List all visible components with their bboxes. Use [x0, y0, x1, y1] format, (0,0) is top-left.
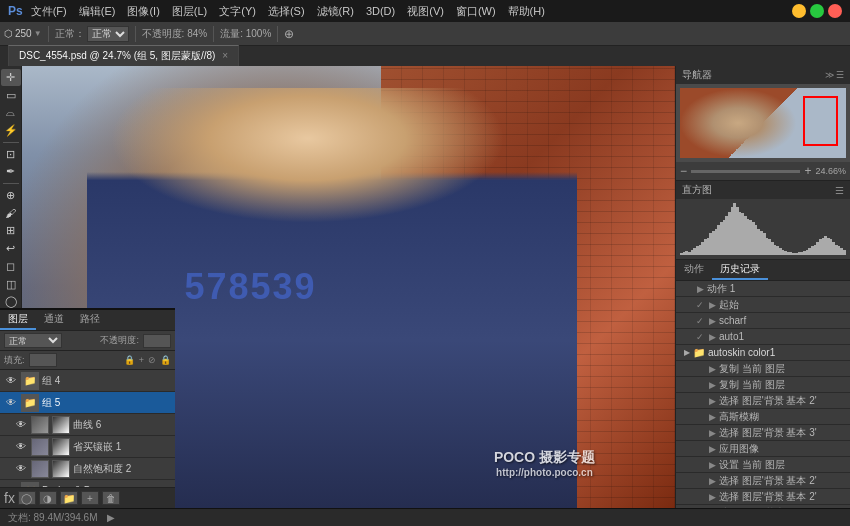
history-item[interactable]: ▶复制 当前 图层: [676, 361, 850, 377]
crop-tool[interactable]: ⊡: [1, 146, 21, 163]
chevron-down-icon[interactable]: ▼: [34, 29, 42, 38]
maximize-button[interactable]: [810, 4, 824, 18]
menubar-view[interactable]: 视图(V): [403, 4, 448, 19]
history-list[interactable]: ▶动作 1✓▶起始✓▶scharf✓▶auto1▶📁autoskin color…: [676, 281, 850, 508]
layer-item[interactable]: 👁自然饱和度 2: [0, 458, 175, 480]
marquee-tool[interactable]: ▭: [1, 87, 21, 104]
history-item[interactable]: ▶应用图像: [676, 441, 850, 457]
history-item[interactable]: ▶设置 当前 图层: [676, 457, 850, 473]
layer-eye-icon[interactable]: 👁: [4, 396, 18, 410]
tab-channels[interactable]: 通道: [36, 310, 72, 330]
history-item-label: 复制 当前 图层: [719, 362, 785, 376]
history-item[interactable]: ▶复制 当前 图层: [676, 377, 850, 393]
history-check: ✓: [696, 316, 706, 326]
navigator-menu-icon[interactable]: ☰: [836, 70, 844, 80]
zoom-out-button[interactable]: −: [680, 164, 687, 178]
brush-tool[interactable]: 🖌: [1, 205, 21, 222]
layer-eye-icon[interactable]: 👁: [4, 374, 18, 388]
eyedropper-tool[interactable]: ✒: [1, 164, 21, 181]
layer-thumbnail: [31, 460, 49, 478]
history-arrow: ▶: [709, 444, 716, 454]
delete-layer-button[interactable]: 🗑: [102, 491, 120, 505]
menubar-file[interactable]: 文件(F): [27, 4, 71, 19]
window-controls: [792, 4, 842, 18]
add-group-button[interactable]: 📁: [60, 491, 78, 505]
mode-select[interactable]: 正常： 正常: [55, 26, 129, 42]
tab-layers[interactable]: 图层: [0, 310, 36, 330]
layer-item[interactable]: 👁曲线 6: [0, 414, 175, 436]
history-arrow: ▶: [709, 396, 716, 406]
layer-eye-icon[interactable]: 👁: [14, 440, 28, 454]
layer-item[interactable]: 👁省买镶嵌 1: [0, 436, 175, 458]
add-mask-button[interactable]: ◯: [18, 491, 36, 505]
navigator-thumbnail[interactable]: [680, 88, 846, 158]
history-item[interactable]: ✓▶scharf: [676, 313, 850, 329]
history-brush[interactable]: ↩: [1, 240, 21, 257]
tab-paths[interactable]: 路径: [72, 310, 108, 330]
history-item-label: 选择 图层'背景 基本 2': [719, 490, 817, 504]
menubar-edit[interactable]: 编辑(E): [75, 4, 120, 19]
tool-separator2: [3, 183, 19, 184]
layer-thumbnail: 📁: [21, 372, 39, 390]
tab-history[interactable]: 动作: [676, 260, 712, 280]
close-tab-icon[interactable]: ×: [222, 50, 228, 61]
close-button[interactable]: [828, 4, 842, 18]
navigator-expand-icon[interactable]: ≫: [825, 70, 834, 80]
histogram-menu-icon[interactable]: ☰: [835, 185, 844, 196]
history-item[interactable]: ▶选择 图层'背景 基本 3': [676, 425, 850, 441]
menubar-image[interactable]: 图像(I): [123, 4, 163, 19]
lasso-tool[interactable]: ⌓: [1, 104, 21, 121]
layer-blend-dropdown[interactable]: 正常正片叠底滤色叠加: [4, 333, 62, 348]
menubar-text[interactable]: 文字(Y): [215, 4, 260, 19]
layer-name-label: 曲线 6: [73, 418, 171, 432]
layer-eye-icon[interactable]: 👁: [14, 418, 28, 432]
zoom-in-button[interactable]: +: [804, 164, 811, 178]
layers-list[interactable]: 👁📁组 4👁📁组 5👁曲线 6👁省买镶嵌 1👁自然饱和度 2👁📁Dodge & …: [0, 370, 175, 487]
move-tool[interactable]: ✛: [1, 69, 21, 86]
history-arrow: ▶: [709, 492, 716, 502]
history-item[interactable]: ✓▶auto1: [676, 329, 850, 345]
menubar-select[interactable]: 选择(S): [264, 4, 309, 19]
document-tab[interactable]: DSC_4554.psd @ 24.7% (组 5, 图层蒙版//8) ×: [8, 45, 239, 66]
status-arrow[interactable]: ▶: [107, 512, 115, 523]
history-item[interactable]: ▶选择 图层'背景 基本 2': [676, 393, 850, 409]
menubar-3d[interactable]: 3D(D): [362, 5, 399, 17]
blend-mode-dropdown[interactable]: 正常: [87, 26, 129, 42]
separator3: [213, 26, 214, 42]
layer-opacity-input[interactable]: 100%: [143, 334, 171, 348]
layer-item[interactable]: 👁📁组 5: [0, 392, 175, 414]
heal-tool[interactable]: ⊕: [1, 187, 21, 204]
add-effect-icon[interactable]: fx: [4, 490, 15, 506]
menubar-filter[interactable]: 滤镜(R): [313, 4, 358, 19]
eraser-tool[interactable]: ◻: [1, 258, 21, 275]
menubar-help[interactable]: 帮助(H): [504, 4, 549, 19]
zoom-percent-label: 24.66%: [815, 166, 846, 176]
minimize-button[interactable]: [792, 4, 806, 18]
airbrush-icon[interactable]: ⊕: [284, 27, 294, 41]
watermark-poco: POCO 摄影专题 http://photo.poco.cn: [494, 449, 595, 478]
add-adjustment-button[interactable]: ◑: [39, 491, 57, 505]
layer-item[interactable]: 👁📁组 4: [0, 370, 175, 392]
history-item[interactable]: ▶选择 图层'背景 基本 2': [676, 489, 850, 505]
history-item[interactable]: ▶动作 1: [676, 281, 850, 297]
menubar-window[interactable]: 窗口(W): [452, 4, 500, 19]
history-item[interactable]: ▶选择 图层'背景 基本 2': [676, 473, 850, 489]
right-panel: 导航器 ≫ ☰ − + 24.66% 直方图: [675, 66, 850, 508]
zoom-slider[interactable]: [691, 170, 800, 173]
layer-item[interactable]: 👁📁Dodge & Burn: [0, 480, 175, 487]
menubar-layer[interactable]: 图层(L): [168, 4, 211, 19]
history-item-label: 设置 当前 图层: [719, 458, 785, 472]
add-layer-button[interactable]: +: [81, 491, 99, 505]
gradient-tool[interactable]: ◫: [1, 276, 21, 293]
history-item-label: 起始: [719, 298, 739, 312]
clone-tool[interactable]: ⊞: [1, 223, 21, 240]
history-item[interactable]: ✓▶起始: [676, 297, 850, 313]
history-item-label: 选择 图层'背景 基本 3': [719, 426, 817, 440]
history-item[interactable]: ▶📁autoskin color1: [676, 345, 850, 361]
tab-actions[interactable]: 历史记录: [712, 260, 768, 280]
history-item[interactable]: ▶高斯模糊: [676, 409, 850, 425]
history-check: ✓: [696, 300, 706, 310]
layer-eye-icon[interactable]: 👁: [14, 462, 28, 476]
quick-select-tool[interactable]: ⚡: [1, 122, 21, 139]
layer-fill-input[interactable]: 100%: [29, 353, 57, 367]
